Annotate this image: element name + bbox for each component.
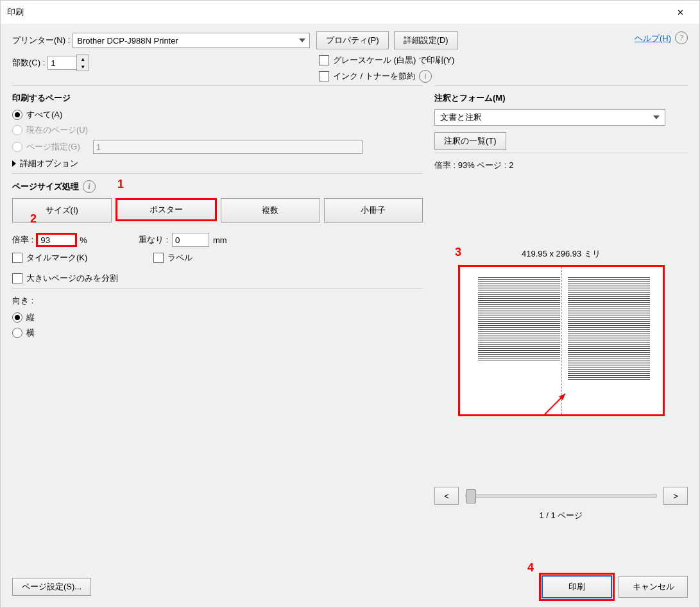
checkbox-icon (319, 71, 329, 81)
tab-poster[interactable]: ポスター (115, 198, 218, 221)
chevron-down-icon (299, 38, 305, 42)
page-counter: 1 / 1 ページ (434, 510, 688, 521)
tab-multiple[interactable]: 複数 (221, 198, 320, 223)
preview-slider[interactable] (465, 494, 657, 498)
labels-checkbox[interactable]: ラベル (153, 252, 192, 264)
annotation-1: 1 (117, 178, 124, 191)
radio-icon (12, 125, 22, 135)
radio-current: 現在のページ(U) (12, 124, 423, 136)
info-icon[interactable]: i (419, 70, 432, 83)
copies-spinner[interactable]: ▲▼ (76, 55, 89, 71)
page-range-section: 印刷するページ すべて(A) 現在のページ(U) ページ指定(G) 詳細オプショ… (12, 85, 423, 169)
page-setup-button[interactable]: ページ設定(S)... (12, 578, 91, 596)
tab-booklet[interactable]: 小冊子 (324, 198, 423, 223)
scale-unit: % (80, 235, 87, 245)
advanced-button[interactable]: 詳細設定(D) (394, 31, 458, 49)
expand-arrow-icon (12, 160, 16, 167)
bigonly-checkbox[interactable]: 大きいページのみを分割 (12, 273, 423, 284)
radio-landscape[interactable]: 横 (12, 327, 423, 339)
annotation-3: 3 (455, 246, 461, 259)
overlap-label: 重なり : (139, 234, 168, 246)
printer-value: Brother DCP-J988N Printer (77, 36, 178, 46)
checkbox-icon (319, 55, 329, 65)
page-sizing-title: ページサイズ処理i (12, 180, 423, 193)
page-range-title: 印刷するページ (12, 92, 423, 104)
print-options: グレースケール (白黒) で印刷(Y) インク / トナーを節約i (319, 55, 454, 87)
comments-select[interactable]: 文書と注釈 (434, 109, 665, 126)
annotation-2: 2 (30, 212, 37, 226)
dialog-footer: ページ設定(S)... 4 印刷 キャンセル (1, 575, 699, 598)
comments-summary-button[interactable]: 注釈の一覧(T) (434, 132, 506, 150)
copies-input[interactable] (47, 56, 77, 70)
page-sizing-section: ページサイズ処理i 1 サイズ(I) ポスター 複数 小冊子 2 倍率 : % … (12, 173, 423, 284)
cancel-button[interactable]: キャンセル (619, 576, 688, 598)
scale-label: 倍率 : (12, 234, 33, 246)
title-bar: 印刷 ✕ (1, 1, 699, 24)
slider-thumb[interactable] (466, 489, 476, 503)
radio-icon (12, 312, 22, 323)
chevron-down-icon (653, 115, 660, 119)
help-info-icon[interactable]: ? (675, 31, 688, 44)
preview-area[interactable] (458, 265, 665, 416)
checkbox-icon (153, 253, 164, 263)
printer-settings-area: プリンター(N) : Brother DCP-J988N Printer プロパ… (1, 24, 699, 83)
scale-input[interactable] (36, 233, 77, 247)
preview-nav: < > (434, 487, 688, 505)
printer-label: プリンター(N) : (12, 35, 70, 46)
preview-status: 倍率 : 93% ページ : 2 (434, 160, 688, 171)
preview-page-content (568, 277, 650, 380)
printer-select[interactable]: Brother DCP-J988N Printer (73, 33, 310, 48)
info-icon[interactable]: i (83, 180, 96, 193)
print-button[interactable]: 印刷 (542, 575, 612, 598)
preview-dims: 419.95 x 296.93 ミリ (434, 248, 688, 260)
overlap-unit: mm (213, 235, 227, 245)
radio-all[interactable]: すべて(A) (12, 109, 423, 121)
annotation-4: 4 (527, 561, 534, 575)
pages-input (93, 140, 363, 154)
radio-icon (12, 328, 22, 338)
orientation-title: 向き : (12, 295, 423, 307)
radio-icon (12, 142, 22, 152)
annotation-arrow-icon (543, 390, 569, 416)
next-page-button[interactable]: > (663, 487, 688, 505)
spinner-up-icon[interactable]: ▲ (77, 55, 89, 63)
grayscale-checkbox-row[interactable]: グレースケール (白黒) で印刷(Y) (319, 55, 454, 66)
comments-section: 注釈とフォーム(M) 文書と注釈 注釈の一覧(T) (434, 85, 688, 150)
spinner-down-icon[interactable]: ▼ (77, 63, 89, 71)
properties-button[interactable]: プロパティ(P) (316, 31, 388, 49)
radio-pages: ページ指定(G) (12, 140, 423, 154)
saveink-checkbox-row[interactable]: インク / トナーを節約i (319, 70, 454, 83)
copies-label: 部数(C) : (12, 57, 45, 69)
orientation-section: 向き : 縦 横 (12, 288, 423, 339)
radio-portrait[interactable]: 縦 (12, 312, 423, 323)
overlap-input[interactable] (172, 233, 209, 247)
help-link[interactable]: ヘルプ(H) (635, 33, 671, 44)
close-icon[interactable]: ✕ (667, 8, 693, 17)
more-options-toggle[interactable]: 詳細オプション (12, 158, 423, 169)
prev-page-button[interactable]: < (434, 487, 459, 505)
checkbox-icon (12, 273, 22, 283)
preview-section: 倍率 : 93% ページ : 2 419.95 x 296.93 ミリ 3 < … (434, 153, 688, 521)
preview-page-content (478, 277, 560, 360)
tab-size[interactable]: サイズ(I) (12, 198, 112, 223)
radio-icon (12, 110, 22, 120)
comments-title: 注釈とフォーム(M) (434, 92, 688, 104)
checkbox-icon (12, 253, 22, 263)
dialog-title: 印刷 (7, 6, 24, 18)
print-button-wrap: 印刷 (542, 575, 612, 598)
tilemark-checkbox[interactable]: タイルマーク(K) (12, 252, 153, 264)
